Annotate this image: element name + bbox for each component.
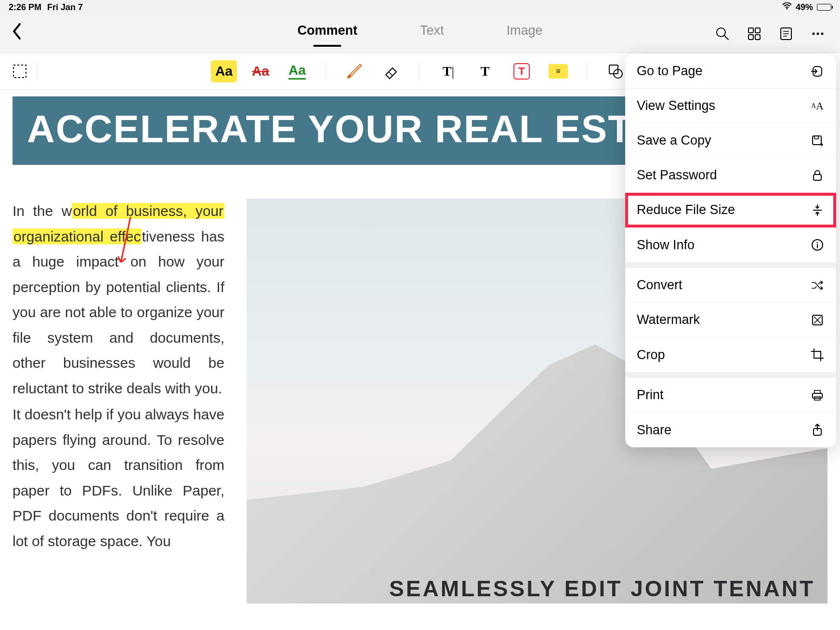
menu-item-label: View Settings bbox=[637, 98, 715, 113]
document-footer-text: SEAMLESSLY EDIT JOINT TENANT bbox=[389, 576, 815, 602]
menu-convert[interactable]: Convert bbox=[625, 268, 836, 303]
document-paragraph: It doesn't help if you always have paper… bbox=[13, 402, 224, 554]
svg-rect-5 bbox=[755, 35, 760, 40]
tab-image[interactable]: Image bbox=[507, 23, 543, 44]
status-date: Fri Jan 7 bbox=[47, 2, 83, 13]
menu-item-label: Reduce File Size bbox=[637, 202, 735, 217]
wifi-icon bbox=[782, 2, 792, 13]
text-box-tool[interactable]: T bbox=[509, 60, 535, 82]
menu-item-label: Save a Copy bbox=[637, 133, 711, 148]
separator bbox=[587, 62, 587, 81]
svg-point-11 bbox=[348, 75, 351, 78]
tab-text[interactable]: Text bbox=[420, 23, 444, 44]
menu-item-label: Convert bbox=[637, 278, 682, 293]
menu-item-label: Show Info bbox=[637, 238, 695, 253]
svg-rect-2 bbox=[748, 28, 753, 33]
svg-rect-10 bbox=[13, 65, 26, 78]
svg-point-0 bbox=[786, 8, 788, 9]
menu-set-password[interactable]: Set Password bbox=[625, 158, 836, 193]
menu-item-label: Watermark bbox=[637, 312, 700, 327]
sticky-note-tool[interactable]: ≡ bbox=[545, 60, 571, 82]
menu-item-label: Go to Page bbox=[637, 64, 703, 79]
back-button[interactable] bbox=[0, 22, 34, 45]
more-menu: Go to Page View Settings AA Save a Copy … bbox=[625, 54, 836, 447]
compress-icon bbox=[810, 203, 825, 217]
status-bar: 2:26 PM Fri Jan 7 49% bbox=[0, 0, 840, 14]
battery-icon bbox=[817, 4, 831, 11]
menu-reduce-file-size[interactable]: Reduce File Size bbox=[625, 193, 836, 228]
underline-tool[interactable]: Aa bbox=[284, 60, 310, 82]
highlight-tool[interactable]: Aa bbox=[211, 60, 237, 82]
svg-rect-4 bbox=[748, 35, 753, 40]
outline-button[interactable] bbox=[777, 25, 795, 42]
menu-item-label: Share bbox=[637, 423, 671, 438]
svg-point-9 bbox=[821, 32, 824, 35]
document-text-column: In the world of business, your organizat… bbox=[13, 199, 224, 603]
info-icon bbox=[810, 238, 825, 252]
lock-icon bbox=[810, 168, 825, 183]
svg-rect-17 bbox=[813, 136, 821, 145]
watermark-icon bbox=[810, 313, 825, 327]
menu-show-info[interactable]: Show Info bbox=[625, 228, 836, 262]
top-nav: Comment Text Image bbox=[0, 14, 840, 53]
pen-tool[interactable] bbox=[341, 60, 368, 82]
svg-rect-19 bbox=[814, 174, 821, 180]
strikethrough-tool[interactable]: Aa bbox=[248, 60, 274, 82]
menu-save-copy[interactable]: Save a Copy bbox=[625, 123, 836, 158]
shape-tool[interactable] bbox=[603, 60, 629, 82]
menu-watermark[interactable]: Watermark bbox=[625, 303, 836, 337]
separator bbox=[326, 62, 326, 81]
selection-tool[interactable] bbox=[7, 60, 33, 82]
svg-rect-3 bbox=[755, 28, 760, 33]
menu-item-label: Crop bbox=[637, 348, 665, 362]
svg-rect-23 bbox=[813, 393, 822, 398]
text-size-icon: AA bbox=[810, 99, 825, 113]
text-tool[interactable]: T bbox=[472, 60, 498, 82]
share-icon bbox=[810, 423, 825, 437]
separator bbox=[38, 62, 38, 81]
svg-point-21 bbox=[817, 242, 818, 243]
menu-print[interactable]: Print bbox=[625, 378, 836, 413]
tab-comment[interactable]: Comment bbox=[297, 23, 357, 44]
battery-percent: 49% bbox=[796, 2, 813, 13]
menu-view-settings[interactable]: View Settings AA bbox=[625, 89, 836, 123]
menu-share[interactable]: Share bbox=[625, 413, 836, 447]
separator bbox=[420, 62, 420, 81]
highlight-span: orld of business, your bbox=[72, 203, 224, 219]
highlight-span: organizational effec bbox=[13, 228, 142, 244]
menu-item-label: Set Password bbox=[637, 168, 717, 183]
svg-point-8 bbox=[817, 32, 819, 35]
grid-view-button[interactable] bbox=[746, 25, 763, 42]
more-button[interactable] bbox=[809, 25, 827, 42]
menu-go-to-page[interactable]: Go to Page bbox=[625, 54, 836, 89]
search-button[interactable] bbox=[714, 25, 731, 42]
text-cursor-tool[interactable]: T| bbox=[435, 60, 461, 82]
menu-crop[interactable]: Crop bbox=[625, 337, 836, 372]
shuffle-icon bbox=[810, 278, 825, 293]
menu-item-label: Print bbox=[637, 388, 664, 402]
status-time: 2:26 PM bbox=[9, 2, 41, 13]
go-to-page-icon bbox=[810, 64, 825, 79]
eraser-tool[interactable] bbox=[378, 60, 404, 82]
svg-point-7 bbox=[813, 32, 815, 35]
save-icon bbox=[810, 134, 825, 148]
print-icon bbox=[810, 388, 825, 402]
crop-icon bbox=[810, 348, 825, 362]
